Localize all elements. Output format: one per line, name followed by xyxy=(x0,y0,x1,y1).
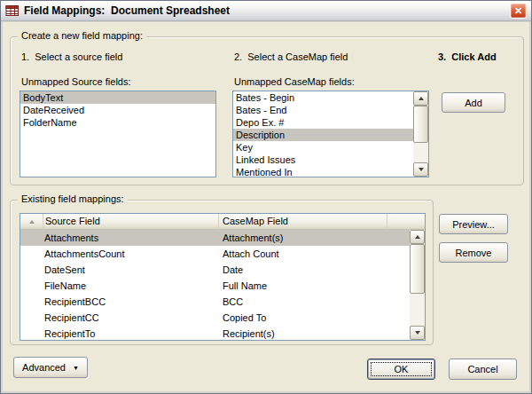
arrow-up-icon xyxy=(415,235,420,239)
list-item[interactable]: Description xyxy=(233,129,413,141)
source-field-cell: RecipientCC xyxy=(44,310,219,326)
preview-button-label: Preview... xyxy=(452,219,495,230)
unmapped-casemap-fields-label: Unmapped CaseMap fields: xyxy=(234,76,355,87)
source-field-cell: RecipientBCC xyxy=(44,294,219,310)
list-item[interactable]: FolderName xyxy=(20,116,215,129)
table-body: Attachments Attachment(s) AttachmentsCou… xyxy=(20,230,410,340)
list-item[interactable]: Mentioned In xyxy=(233,166,413,177)
table-row[interactable]: RecipientTo Recipient(s) xyxy=(20,326,410,340)
casemap-field-cell: Full Name xyxy=(219,278,410,294)
source-field-column-header[interactable]: Source Field xyxy=(43,214,219,230)
scroll-down-button[interactable] xyxy=(410,326,425,340)
ok-button[interactable]: OK xyxy=(367,359,435,380)
list-item[interactable]: Key xyxy=(233,141,413,154)
remove-button[interactable]: Remove xyxy=(439,242,508,263)
scrollbar-thumb[interactable] xyxy=(413,106,428,143)
sort-column-header[interactable] xyxy=(20,214,43,230)
close-button[interactable]: ✕ xyxy=(510,3,527,19)
scroll-up-button[interactable] xyxy=(410,230,425,244)
source-field-cell: DateSent xyxy=(44,262,219,278)
casemap-field-cell: Attach Count xyxy=(219,246,410,262)
list-item[interactable]: BodyText xyxy=(20,91,215,104)
table-row[interactable]: AttachmentsCount Attach Count xyxy=(20,246,410,262)
list-item[interactable]: Linked Issues xyxy=(233,154,413,166)
empty-column-header xyxy=(387,214,425,230)
source-fields-listbox[interactable]: BodyText DateReceived FolderName xyxy=(20,91,216,177)
scroll-down-button[interactable] xyxy=(413,162,428,177)
spreadsheet-icon xyxy=(5,4,20,18)
source-field-cell: FileName xyxy=(44,278,219,294)
step2-label: 2. Select a CaseMap field xyxy=(234,51,348,62)
add-button[interactable]: Add xyxy=(442,92,505,113)
list-item[interactable]: Depo Ex. # xyxy=(233,116,413,129)
dropdown-arrow-icon: ▼ xyxy=(73,365,79,371)
list-item[interactable]: Bates - End xyxy=(233,104,413,116)
title-bar[interactable]: Field Mappings: Document Spreadsheet ✕ xyxy=(1,1,531,21)
arrow-down-icon xyxy=(419,168,424,171)
advanced-button[interactable]: Advanced ▼ xyxy=(13,357,88,378)
casemap-field-cell: Copied To xyxy=(219,310,410,326)
table-row[interactable]: DateSent Date xyxy=(20,262,410,278)
arrow-down-icon xyxy=(415,331,420,335)
remove-button-label: Remove xyxy=(456,248,492,258)
existing-mappings-group: Existing field mappings: Source Field Ca… xyxy=(10,200,434,345)
list-item[interactable]: DateReceived xyxy=(20,104,215,116)
list-item[interactable]: Bates - Begin xyxy=(233,91,413,104)
arrow-up-icon xyxy=(419,97,424,100)
table-row[interactable]: RecipientCC Copied To xyxy=(20,310,410,326)
casemap-list-scrollbar[interactable] xyxy=(413,91,428,177)
casemap-field-cell: Attachment(s) xyxy=(219,230,410,246)
sort-ascending-icon xyxy=(29,220,35,224)
step3-label: 3. Click Add xyxy=(438,51,497,62)
add-button-label: Add xyxy=(465,98,482,108)
create-mapping-group-label: Create a new field mapping: xyxy=(18,30,146,41)
cancel-button-label: Cancel xyxy=(467,364,497,374)
table-scrollbar[interactable] xyxy=(410,230,425,340)
table-row[interactable]: RecipientBCC BCC xyxy=(20,294,410,310)
window-title: Field Mappings: Document Spreadsheet xyxy=(24,4,510,17)
casemap-field-cell: Date xyxy=(219,262,410,278)
advanced-button-label: Advanced xyxy=(22,362,66,373)
field-mappings-dialog: Field Mappings: Document Spreadsheet ✕ C… xyxy=(0,0,532,394)
unmapped-source-fields-label: Unmapped Source fields: xyxy=(21,76,131,87)
table-row[interactable]: Attachments Attachment(s) xyxy=(20,230,410,246)
casemap-field-cell: Recipient(s) xyxy=(219,326,410,340)
table-row[interactable]: FileName Full Name xyxy=(20,278,410,294)
source-field-cell: RecipientTo xyxy=(44,326,219,340)
cancel-button[interactable]: Cancel xyxy=(449,359,517,380)
existing-mappings-group-label: Existing field mappings: xyxy=(18,193,128,204)
close-icon: ✕ xyxy=(514,5,522,17)
scroll-up-button[interactable] xyxy=(413,91,428,106)
preview-button[interactable]: Preview... xyxy=(439,214,508,234)
ok-button-label: OK xyxy=(395,364,409,374)
table-header: Source Field CaseMap Field xyxy=(20,214,425,230)
source-field-cell: AttachmentsCount xyxy=(44,246,219,262)
scrollbar-thumb[interactable] xyxy=(410,244,425,294)
casemap-field-cell: BCC xyxy=(219,294,410,310)
mappings-table[interactable]: Source Field CaseMap Field Attachments A… xyxy=(20,213,426,341)
step1-label: 1. Select a source field xyxy=(21,51,122,62)
source-field-cell: Attachments xyxy=(44,230,219,246)
casemap-field-column-header[interactable]: CaseMap Field xyxy=(219,214,387,230)
casemap-fields-listbox[interactable]: Bates - Begin Bates - End Depo Ex. # Des… xyxy=(232,91,429,177)
